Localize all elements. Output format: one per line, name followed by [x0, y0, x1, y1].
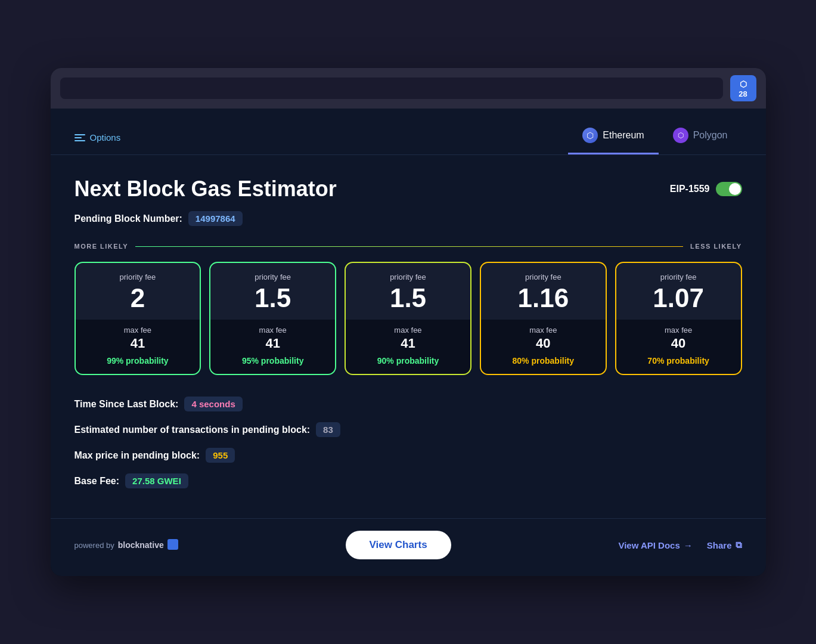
fee-card-3: priority fee 1.16 max fee 40 80% probabi…	[480, 262, 607, 375]
max-fee-label-2: max fee	[355, 326, 461, 335]
probability-text-2: 90% probability	[355, 356, 461, 366]
max-price-row: Max price in pending block: 955	[75, 448, 742, 463]
probability-text-1: 95% probability	[220, 356, 325, 366]
fee-card-4: priority fee 1.07 max fee 40 70% probabi…	[615, 262, 742, 375]
share-link[interactable]: Share ⧉	[707, 540, 742, 550]
fee-card-1: priority fee 1.5 max fee 41 95% probabil…	[209, 262, 336, 375]
fee-card-2: priority fee 1.5 max fee 41 90% probabil…	[345, 262, 471, 375]
eip-row: EIP-1559	[670, 182, 742, 196]
network-tabs: ⬡ Ethereum ⬡ Polygon	[568, 120, 741, 154]
max-price-label: Max price in pending block:	[75, 450, 200, 461]
fee-card-top-4: priority fee 1.07	[616, 263, 741, 320]
block-number-row: Pending Block Number: 14997864	[75, 211, 742, 226]
options-icon	[75, 134, 85, 141]
eip-label: EIP-1559	[670, 184, 710, 194]
priority-fee-value-3: 1.16	[491, 285, 596, 311]
fee-card-top-3: priority fee 1.16	[481, 263, 606, 320]
max-price-value: 955	[206, 448, 235, 463]
fee-card-bottom-4: max fee 40 70% probability	[616, 320, 741, 374]
brand-name: blocknative	[118, 540, 164, 550]
tx-count-row: Estimated number of transactions in pend…	[75, 422, 742, 437]
priority-fee-label-0: priority fee	[85, 273, 191, 281]
footer-links: View API Docs → Share ⧉	[618, 540, 741, 550]
blocknative-icon	[167, 539, 178, 550]
probability-header: MORE LIKELY LESS LIKELY	[75, 243, 742, 250]
tab-ethereum[interactable]: ⬡ Ethereum	[568, 120, 658, 154]
tx-value: 83	[316, 422, 340, 437]
fee-card-0: priority fee 2 max fee 41 99% probabilit…	[75, 262, 201, 375]
app-window: ⬡ 28 Options ⬡ Ethereum ⬡ Polygon	[51, 68, 766, 576]
max-fee-value-2: 41	[355, 336, 461, 351]
base-fee-label: Base Fee:	[75, 476, 120, 487]
time-since-row: Time Since Last Block: 4 seconds	[75, 397, 742, 411]
share-label: Share	[707, 540, 732, 550]
probability-line	[135, 246, 683, 247]
time-label: Time Since Last Block:	[75, 399, 179, 410]
browser-extension-badge[interactable]: ⬡ 28	[730, 75, 756, 101]
priority-fee-label-2: priority fee	[355, 273, 461, 281]
block-number-value: 14997864	[188, 211, 243, 226]
polygon-tab-label: Polygon	[693, 130, 728, 141]
priority-fee-label-3: priority fee	[491, 273, 596, 281]
priority-fee-value-0: 2	[85, 285, 191, 311]
max-fee-label-0: max fee	[85, 326, 191, 335]
block-number-label: Pending Block Number:	[75, 213, 182, 224]
arrow-icon: →	[684, 540, 693, 550]
content-area: Next Block Gas Estimator EIP-1559 Pendin…	[51, 155, 766, 518]
main-card: Options ⬡ Ethereum ⬡ Polygon Next Block …	[51, 109, 766, 576]
ethereum-icon: ⬡	[582, 128, 598, 143]
base-fee-value: 27.58 GWEI	[125, 473, 188, 488]
max-fee-label-1: max fee	[220, 326, 325, 335]
title-row: Next Block Gas Estimator EIP-1559	[75, 177, 742, 202]
fee-card-bottom-2: max fee 41 90% probability	[346, 320, 470, 374]
fee-card-top-1: priority fee 1.5	[210, 263, 335, 320]
share-icon: ⧉	[736, 540, 742, 550]
view-charts-button[interactable]: View Charts	[346, 531, 451, 559]
powered-by: powered by blocknative	[75, 540, 178, 550]
priority-fee-label-1: priority fee	[220, 273, 325, 281]
eip-toggle[interactable]	[716, 182, 742, 196]
footer: powered by blocknative View Charts View …	[51, 518, 766, 576]
base-fee-row: Base Fee: 27.58 GWEI	[75, 473, 742, 488]
priority-fee-value-4: 1.07	[626, 285, 731, 311]
max-fee-value-3: 40	[491, 336, 596, 351]
polygon-icon: ⬡	[673, 128, 688, 143]
tab-polygon[interactable]: ⬡ Polygon	[659, 120, 742, 154]
more-likely-label: MORE LIKELY	[75, 243, 129, 250]
less-likely-label: LESS LIKELY	[690, 243, 741, 250]
browser-address-input[interactable]	[60, 78, 723, 99]
max-fee-label-4: max fee	[626, 326, 731, 335]
extension-count: 28	[739, 90, 747, 98]
fee-cards-container: priority fee 2 max fee 41 99% probabilit…	[75, 262, 742, 375]
options-button[interactable]: Options	[75, 132, 121, 143]
max-fee-value-1: 41	[220, 336, 325, 351]
api-docs-link[interactable]: View API Docs →	[618, 540, 692, 550]
max-fee-label-3: max fee	[491, 326, 596, 335]
fee-card-bottom-3: max fee 40 80% probability	[481, 320, 606, 374]
powered-label: powered by	[75, 541, 114, 550]
probability-text-3: 80% probability	[491, 356, 596, 366]
tab-bar: Options ⬡ Ethereum ⬡ Polygon	[51, 109, 766, 155]
fee-card-bottom-0: max fee 41 99% probability	[76, 320, 200, 374]
probability-text-4: 70% probability	[626, 356, 731, 366]
probability-text-0: 99% probability	[85, 356, 191, 366]
fee-card-top-0: priority fee 2	[76, 263, 200, 320]
max-fee-value-4: 40	[626, 336, 731, 351]
browser-bar: ⬡ 28	[51, 68, 766, 109]
priority-fee-value-2: 1.5	[355, 285, 461, 311]
time-value: 4 seconds	[184, 397, 242, 411]
page-title: Next Block Gas Estimator	[75, 177, 337, 202]
extension-icon: ⬡	[740, 79, 747, 89]
fee-card-bottom-1: max fee 41 95% probability	[210, 320, 335, 374]
options-label: Options	[90, 132, 121, 143]
priority-fee-value-1: 1.5	[220, 285, 325, 311]
max-fee-value-0: 41	[85, 336, 191, 351]
ethereum-tab-label: Ethereum	[603, 130, 644, 141]
fee-card-top-2: priority fee 1.5	[346, 263, 470, 320]
tx-label: Estimated number of transactions in pend…	[75, 425, 311, 435]
api-docs-label: View API Docs	[618, 540, 680, 550]
priority-fee-label-4: priority fee	[626, 273, 731, 281]
